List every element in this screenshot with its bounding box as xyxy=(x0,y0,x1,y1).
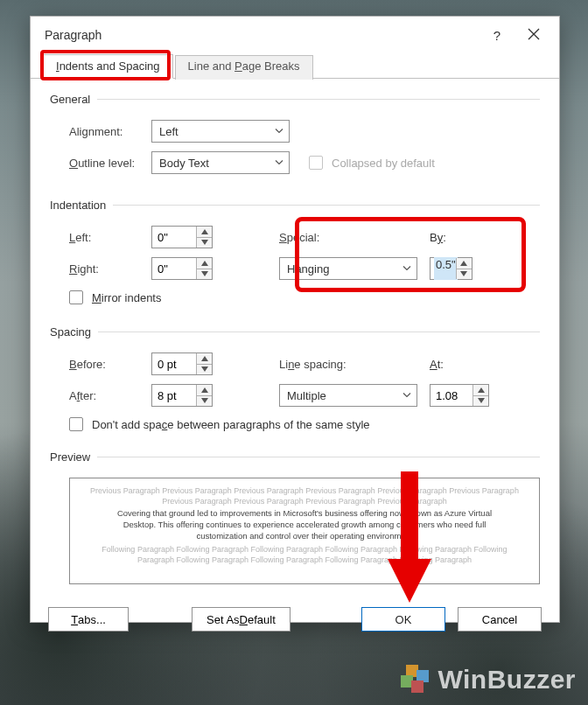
set-default-button[interactable]: Set As Default xyxy=(192,607,290,632)
group-indentation: Indentation xyxy=(50,199,540,212)
row-spacing-before: Before: Line spacing: At: xyxy=(69,352,540,375)
row-spacing-after: After: Multiple xyxy=(69,384,540,407)
titlebar: Paragraph ? xyxy=(31,17,559,53)
chevron-down-icon xyxy=(402,262,411,276)
cancel-button[interactable]: Cancel xyxy=(458,607,542,632)
indentation-heading: Indentation xyxy=(50,199,106,212)
preview-heading: Preview xyxy=(50,450,90,464)
spinner-up-icon[interactable] xyxy=(457,258,472,269)
spinner-up-icon[interactable] xyxy=(197,227,212,237)
paragraph-dialog: Paragraph ? Indents and Spacing Line and… xyxy=(30,16,560,623)
button-row: Tabs... Set As Default OK Cancel xyxy=(31,597,559,646)
chevron-down-icon xyxy=(275,125,284,138)
indent-by-input[interactable]: 0.5" xyxy=(430,257,472,280)
ok-button[interactable]: OK xyxy=(361,607,445,632)
row-indent-left: Left: Special: By: xyxy=(69,226,540,248)
spinner-up-icon[interactable] xyxy=(197,258,212,269)
close-icon xyxy=(528,28,540,43)
watermark: WinBuzzer xyxy=(401,665,576,695)
line-spacing-select[interactable]: Multiple xyxy=(279,384,417,407)
mirror-indents-checkbox[interactable]: Mirror indents xyxy=(69,290,540,304)
at-input[interactable] xyxy=(430,384,489,407)
tab-indents-spacing[interactable]: Indents and Spacing xyxy=(43,54,173,79)
no-space-same-style-checkbox[interactable]: Don't add space between paragraphs of th… xyxy=(69,417,540,431)
spinner-down-icon[interactable] xyxy=(197,269,212,280)
row-alignment: Alignment: Left xyxy=(69,120,540,143)
indent-left-input[interactable] xyxy=(151,226,213,248)
outline-select[interactable]: Body Text xyxy=(151,151,290,174)
preview-sample-text: Covering that ground led to improvements… xyxy=(86,506,523,543)
winbuzzer-logo-icon xyxy=(401,665,430,695)
general-heading: General xyxy=(50,93,90,106)
help-button[interactable]: ? xyxy=(479,17,515,53)
special-select[interactable]: Hanging xyxy=(279,257,417,280)
group-general: General xyxy=(50,93,540,106)
before-input[interactable] xyxy=(151,352,213,375)
tab-line-page-breaks[interactable]: Line and Page Breaks xyxy=(175,55,313,80)
tabs-button[interactable]: Tabs... xyxy=(48,607,129,632)
alignment-select[interactable]: Left xyxy=(151,120,290,143)
close-button[interactable] xyxy=(515,17,552,53)
tab-strip: Indents and Spacing Line and Page Breaks xyxy=(31,53,559,79)
collapsed-checkbox: Collapsed by default xyxy=(309,156,435,170)
preview-pane: Previous Paragraph Previous Paragraph Pr… xyxy=(69,478,540,584)
group-preview: Preview xyxy=(50,450,540,464)
dialog-body: General Alignment: Left Outline level: B… xyxy=(31,79,559,597)
chevron-down-icon xyxy=(275,157,284,170)
spacing-heading: Spacing xyxy=(50,325,91,339)
row-indent-right: Right: Hanging 0.5" xyxy=(69,257,540,280)
spinner-down-icon[interactable] xyxy=(457,269,472,280)
spinner-down-icon[interactable] xyxy=(197,237,212,248)
window-title: Paragraph xyxy=(45,28,102,42)
group-spacing: Spacing xyxy=(50,325,540,339)
chevron-down-icon xyxy=(402,389,411,402)
indent-right-input[interactable] xyxy=(151,257,213,280)
row-outline: Outline level: Body Text Collapsed by de… xyxy=(69,151,540,174)
after-input[interactable] xyxy=(151,384,213,407)
